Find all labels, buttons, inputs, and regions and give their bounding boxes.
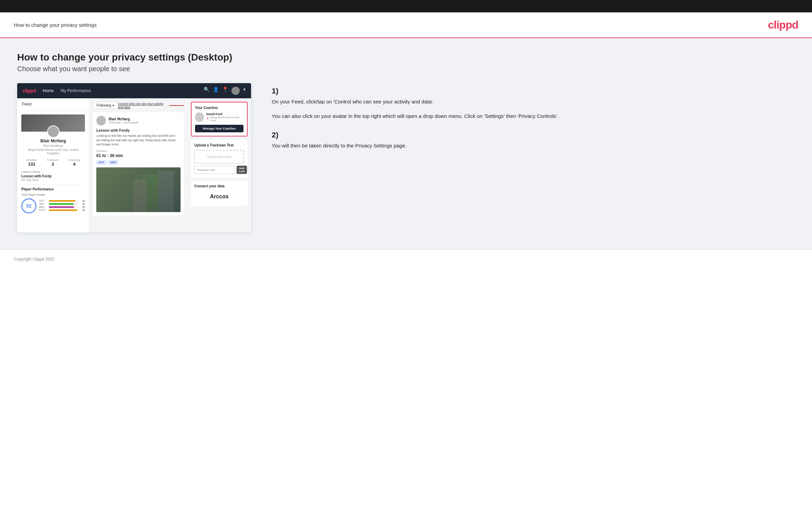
duration-label: Duration <box>96 150 181 153</box>
trackman-placeholder: Trackman Link <box>194 150 244 164</box>
pp-title: Player Performance <box>21 187 85 191</box>
bar-arg: ARG 86 <box>39 206 85 208</box>
chevron-icon: ▾ <box>112 103 114 107</box>
chevron-down-icon[interactable]: ▾ <box>243 87 246 95</box>
activity-desc: Looking to feel like my hands are exitin… <box>96 134 181 147</box>
arccos-logo: Arccos <box>194 191 244 202</box>
step-2-text: You will then be taken directly to the P… <box>272 142 795 150</box>
site-footer: Copyright Clippd 2022 <box>0 250 812 268</box>
profile-stats: Activities 131 Followers 3 Following 4 <box>21 158 85 167</box>
control-privacy-link[interactable]: Control who can see your activity and da… <box>118 102 168 109</box>
page-subheading: Choose what you want people to see <box>17 65 795 73</box>
activity-title: Lesson with Fordy <box>96 128 181 132</box>
manage-coaches-button[interactable]: Manage Your Coaches <box>195 125 243 132</box>
activity-photo <box>96 167 181 212</box>
stat-following-value: 4 <box>68 162 80 167</box>
profile-avatar <box>47 125 59 138</box>
activity-avatar <box>96 116 106 125</box>
step-2-number: 2) <box>272 131 795 140</box>
control-link-area: Control who can see your activity and da… <box>118 102 184 109</box>
following-label: Following <box>97 103 111 107</box>
page-heading: How to change your privacy settings (Des… <box>17 52 795 63</box>
coach-club-text: Royal North Devon Golf Club <box>210 116 243 122</box>
step-1-extra: You can also click on your avatar in the… <box>272 112 795 120</box>
coach-avatar <box>195 112 204 122</box>
coach-club: 📍 Royal North Devon Golf Club <box>206 116 243 122</box>
stat-activities: Activities 131 <box>26 158 37 167</box>
activity-person-name: Blair McHarg <box>109 117 138 121</box>
instruction-step-2: 2) You will then be taken directly to th… <box>272 131 795 150</box>
feed-tab[interactable]: Feed <box>17 98 89 110</box>
person-icon[interactable]: 👤 <box>213 87 219 95</box>
step-1-number: 1) <box>272 87 795 96</box>
app-body: Feed Blair McHarg Plus Handicap Royal No… <box>17 98 251 232</box>
stat-activities-label: Activities <box>26 158 37 162</box>
tag-row: OTT APP <box>96 160 181 165</box>
upload-trackman: Upload a Trackman Test Trackman Link Add… <box>191 140 248 177</box>
bar-app-label: APP <box>39 203 47 205</box>
bar-putt: PUTT 96 <box>39 209 85 211</box>
bar-ott-track <box>49 200 78 202</box>
stat-following-label: Following <box>68 158 80 162</box>
app-navbar: clippd Home My Performance 🔍 👤 📍 ▾ <box>17 83 251 98</box>
bar-putt-fill <box>49 209 77 211</box>
connect-data: Connect your data Arccos <box>191 181 248 206</box>
stat-activities-value: 131 <box>26 162 37 167</box>
user-avatar[interactable] <box>231 87 240 95</box>
nav-item-performance[interactable]: My Performance <box>61 88 91 93</box>
bar-arg-label: ARG <box>39 206 47 208</box>
add-link-button[interactable]: Add Link <box>237 166 247 174</box>
coaches-title: Your Coaches <box>195 106 243 110</box>
tpq-circle: 92 <box>21 198 36 213</box>
trackman-link-input[interactable] <box>194 166 235 174</box>
profile-subtitle: Plus Handicap <box>21 144 85 147</box>
tag-ott: OTT <box>96 160 107 165</box>
top-bar <box>0 0 812 12</box>
header-title: How to change your privacy settings <box>14 22 97 28</box>
following-button[interactable]: Following ▾ <box>93 102 118 109</box>
tag-app: APP <box>108 160 118 165</box>
bar-ott-val: 90 <box>79 200 85 202</box>
bar-app-fill <box>49 203 74 205</box>
stat-followers-label: Followers <box>47 158 58 162</box>
bar-ott-label: OTT <box>39 200 47 202</box>
photo-overlay <box>96 167 181 212</box>
profile-club: Royal North Devon Golf Club, United King… <box>21 148 85 155</box>
step-1-text: On your Feed, click/tap on 'Control who … <box>272 98 795 106</box>
bar-ott: OTT 90 <box>39 200 85 202</box>
upload-trackman-title: Upload a Trackman Test <box>194 143 244 147</box>
site-header: How to change your privacy settings clip… <box>0 12 812 38</box>
location-pin-icon: 📍 <box>206 118 209 121</box>
bar-arg-track <box>49 206 78 208</box>
profile-banner <box>21 114 85 132</box>
tpq-bars: OTT 90 APP <box>39 200 85 212</box>
activity-card: Blair McHarg Yesterday · Sunningdale Les… <box>93 112 184 216</box>
tpq-label: Total Player Quality <box>21 193 85 196</box>
stat-followers: Followers 3 <box>47 158 58 167</box>
bar-arg-fill <box>49 206 74 208</box>
activity-header: Blair McHarg Yesterday · Sunningdale <box>96 116 181 125</box>
demo-row: clippd Home My Performance 🔍 👤 📍 ▾ Feed <box>17 83 795 232</box>
nav-icons: 🔍 👤 📍 ▾ <box>204 87 246 95</box>
bar-putt-val: 96 <box>79 209 85 211</box>
search-icon[interactable]: 🔍 <box>204 87 209 95</box>
clippd-logo: clippd <box>768 19 798 31</box>
red-arrow <box>169 103 184 108</box>
latest-activity-date: 03 Aug 2022 <box>21 178 85 181</box>
bar-arg-val: 86 <box>79 206 85 208</box>
location-icon[interactable]: 📍 <box>222 87 228 95</box>
bar-putt-track <box>49 209 78 211</box>
footer-text: Copyright Clippd 2022 <box>14 257 55 262</box>
instructions: 1) On your Feed, click/tap on 'Control w… <box>265 83 795 160</box>
app-nav-logo: clippd <box>23 88 36 93</box>
stat-following: Following 4 <box>68 158 80 167</box>
app-right-panel: Your Coaches David Ford 📍 Royal North De… <box>187 98 251 232</box>
trackman-input-row: Add Link <box>194 166 244 174</box>
coach-name: David Ford <box>206 112 243 116</box>
profile-name: Blair McHarg <box>21 139 85 143</box>
coach-row: David Ford 📍 Royal North Devon Golf Club <box>195 112 243 122</box>
latest-activity-label: Latest Activity <box>21 170 85 174</box>
app-screenshot: clippd Home My Performance 🔍 👤 📍 ▾ Feed <box>17 83 251 232</box>
profile-card: Blair McHarg Plus Handicap Royal North D… <box>17 110 89 218</box>
nav-item-home[interactable]: Home <box>43 88 54 93</box>
